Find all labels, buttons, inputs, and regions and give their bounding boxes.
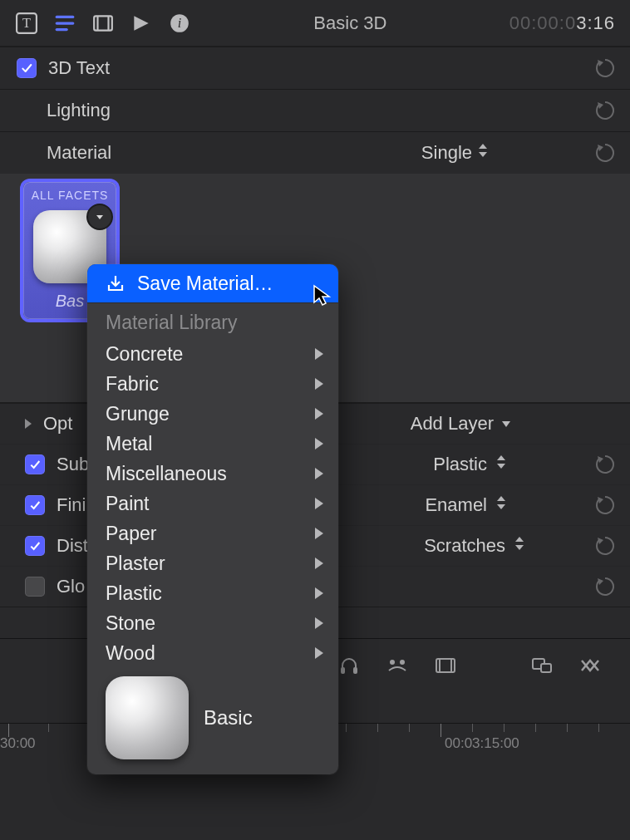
filmstrip-icon[interactable]	[434, 654, 457, 682]
svg-marker-17	[502, 421, 510, 427]
distress-select[interactable]: Scratches	[424, 535, 525, 557]
headphones-icon[interactable]	[337, 654, 361, 682]
reset-distress[interactable]	[595, 536, 615, 556]
svg-marker-25	[515, 545, 524, 550]
clip-title: Basic 3D	[206, 12, 495, 34]
reset-finish[interactable]	[595, 495, 615, 515]
submenu-arrow-icon	[315, 378, 323, 390]
reset-substance[interactable]	[595, 454, 615, 474]
reset-lighting[interactable]	[595, 101, 615, 120]
menu-item-basic[interactable]: Basic	[87, 668, 338, 759]
svg-marker-22	[497, 504, 505, 509]
svg-rect-33	[341, 667, 345, 674]
substance-value: Plastic	[433, 454, 487, 475]
menu-item-label: Paper	[106, 523, 156, 545]
checkbox-glow[interactable]	[25, 577, 45, 597]
menu-item-metal[interactable]: Metal	[87, 429, 338, 459]
up-down-icon	[514, 535, 525, 557]
add-layer-label: Add Layer	[411, 413, 494, 435]
menu-item-plaster[interactable]: Plaster	[87, 548, 338, 578]
checkbox-3d-text[interactable]	[17, 58, 37, 78]
svg-marker-12	[598, 102, 603, 109]
label-3d-text: 3D Text	[48, 57, 583, 79]
svg-point-35	[390, 660, 395, 665]
svg-marker-26	[598, 538, 603, 544]
checkbox-distress[interactable]	[25, 536, 45, 556]
menu-item-label: Save Material…	[137, 273, 273, 295]
video-tab-icon[interactable]	[91, 12, 115, 35]
svg-marker-15	[598, 145, 603, 151]
menu-item-save-material[interactable]: Save Material…	[87, 264, 338, 302]
svg-marker-20	[598, 456, 603, 463]
timeline-icon[interactable]	[578, 654, 602, 682]
finish-select[interactable]: Enamel	[425, 494, 507, 516]
shape-tab-icon[interactable]	[130, 12, 153, 35]
submenu-arrow-icon	[315, 468, 323, 479]
menu-item-paint[interactable]: Paint	[87, 489, 338, 518]
index-icon[interactable]	[530, 654, 554, 682]
paragraph-tab-icon[interactable]	[53, 12, 76, 35]
svg-marker-11	[598, 60, 603, 66]
svg-point-36	[400, 660, 405, 665]
add-layer-select[interactable]: Add Layer	[411, 413, 512, 435]
svg-rect-6	[96, 16, 98, 30]
menu-item-miscellaneous[interactable]: Miscellaneous	[87, 459, 338, 489]
svg-marker-14	[479, 152, 487, 157]
submenu-arrow-icon	[315, 587, 323, 599]
svg-marker-24	[515, 537, 524, 542]
checkbox-finish[interactable]	[25, 495, 45, 515]
menu-item-label: Metal	[106, 433, 152, 455]
submenu-arrow-icon	[315, 498, 323, 509]
material-name: Bas	[56, 292, 84, 311]
text-tab-icon[interactable]: T	[15, 12, 38, 35]
up-down-icon	[477, 142, 489, 164]
reset-3d-text[interactable]	[595, 58, 615, 78]
label-material: Material	[47, 142, 410, 164]
row-material[interactable]: Material Single	[0, 132, 630, 174]
svg-text:i: i	[178, 16, 182, 31]
menu-item-label: Stone	[106, 612, 155, 635]
row-3d-text[interactable]: 3D Text	[0, 47, 630, 89]
reset-glow[interactable]	[595, 577, 615, 597]
info-tab-icon[interactable]: i	[168, 12, 191, 35]
menu-item-wood[interactable]: Wood	[87, 638, 338, 668]
svg-text:T: T	[22, 16, 31, 31]
clip-duration: 00:00:03:16	[509, 12, 615, 34]
menu-item-grunge[interactable]: Grunge	[87, 399, 338, 429]
menu-item-label: Concrete	[106, 343, 183, 366]
ruler-label-left: 30:00	[0, 735, 36, 752]
menu-item-fabric[interactable]: Fabric	[87, 369, 338, 399]
submenu-arrow-icon	[315, 438, 323, 449]
distress-value: Scratches	[424, 535, 505, 557]
svg-marker-27	[598, 578, 603, 585]
svg-marker-18	[497, 455, 505, 460]
skimming-icon[interactable]	[386, 654, 409, 682]
row-lighting[interactable]: Lighting	[0, 90, 630, 131]
up-down-icon	[495, 454, 507, 475]
menu-item-plastic[interactable]: Plastic	[87, 578, 338, 608]
svg-marker-8	[134, 16, 148, 30]
svg-rect-34	[353, 667, 357, 674]
inspector-tab-bar: T i Basic 3D 00:00:03:16	[0, 0, 630, 47]
menu-item-concrete[interactable]: Concrete	[87, 339, 338, 369]
svg-rect-41	[541, 664, 551, 672]
material-mode-select[interactable]: Single	[421, 142, 489, 164]
material-mode-value: Single	[421, 142, 472, 164]
svg-marker-16	[96, 215, 103, 219]
label-lighting: Lighting	[47, 100, 583, 121]
menu-item-stone[interactable]: Stone	[87, 608, 338, 638]
material-preset-menu-button[interactable]	[86, 204, 113, 230]
svg-marker-21	[497, 496, 505, 501]
menu-item-label: Miscellaneous	[106, 463, 227, 485]
menu-item-label: Plastic	[106, 582, 162, 605]
finish-value: Enamel	[425, 494, 487, 516]
checkbox-substance[interactable]	[25, 454, 45, 474]
menu-item-label: Plaster	[106, 553, 165, 575]
reset-material[interactable]	[595, 143, 615, 163]
svg-marker-13	[479, 144, 487, 149]
menu-item-paper[interactable]: Paper	[87, 518, 338, 548]
substance-select[interactable]: Plastic	[433, 454, 507, 475]
disclosure-triangle-icon[interactable]	[25, 419, 32, 429]
menu-item-label: Grunge	[106, 403, 170, 425]
ruler-label-right: 00:03:15:00	[445, 735, 519, 752]
